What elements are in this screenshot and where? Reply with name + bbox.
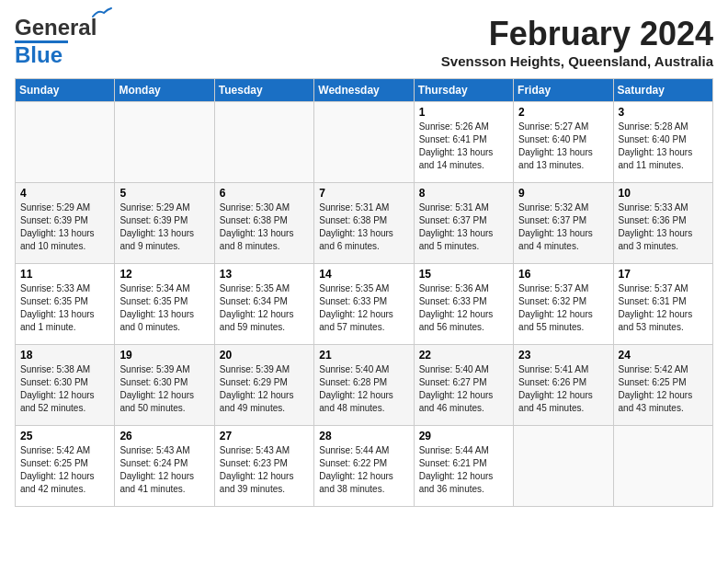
day-info: Sunrise: 5:26 AMSunset: 6:41 PMDaylight:… (419, 121, 508, 172)
day-info: Sunrise: 5:31 AMSunset: 6:37 PMDaylight:… (419, 201, 508, 253)
day-info: Sunrise: 5:37 AMSunset: 6:32 PMDaylight:… (518, 282, 608, 334)
day-number: 9 (518, 187, 608, 200)
day-number: 19 (119, 349, 209, 362)
day-info: Sunrise: 5:44 AMSunset: 6:22 PMDaylight:… (319, 444, 408, 496)
calendar-cell: 10Sunrise: 5:33 AMSunset: 6:36 PMDayligh… (613, 183, 712, 264)
day-info: Sunrise: 5:31 AMSunset: 6:38 PMDaylight:… (319, 201, 408, 253)
day-info: Sunrise: 5:33 AMSunset: 6:36 PMDaylight:… (619, 201, 708, 253)
calendar-cell: 4Sunrise: 5:29 AMSunset: 6:39 PMDaylight… (16, 183, 115, 264)
day-number: 25 (20, 430, 109, 442)
day-number: 14 (319, 268, 408, 281)
day-info: Sunrise: 5:37 AMSunset: 6:31 PMDaylight:… (619, 282, 708, 334)
calendar-cell: 2Sunrise: 5:27 AMSunset: 6:40 PMDaylight… (514, 102, 613, 183)
day-number: 16 (518, 268, 608, 281)
calendar-cell: 28Sunrise: 5:44 AMSunset: 6:22 PMDayligh… (314, 426, 414, 507)
page-title: February 2024 (441, 15, 713, 53)
day-number: 10 (619, 187, 708, 200)
calendar-header-sunday: Sunday (16, 79, 115, 102)
calendar-cell: 6Sunrise: 5:30 AMSunset: 6:38 PMDaylight… (214, 183, 313, 264)
calendar-cell (214, 102, 313, 183)
day-info: Sunrise: 5:40 AMSunset: 6:28 PMDaylight:… (319, 363, 408, 415)
calendar-cell: 12Sunrise: 5:34 AMSunset: 6:35 PMDayligh… (115, 264, 214, 345)
calendar-header-saturday: Saturday (613, 79, 712, 102)
day-number: 15 (419, 268, 508, 281)
calendar-cell (16, 102, 115, 183)
day-info: Sunrise: 5:39 AMSunset: 6:29 PMDaylight:… (220, 363, 309, 415)
calendar-cell: 9Sunrise: 5:32 AMSunset: 6:37 PMDaylight… (514, 183, 613, 264)
day-number: 12 (119, 268, 209, 281)
day-number: 27 (220, 430, 309, 442)
day-info: Sunrise: 5:33 AMSunset: 6:35 PMDaylight:… (20, 282, 109, 334)
logo: General Blue (15, 15, 97, 66)
calendar-cell (115, 102, 214, 183)
calendar-cell: 11Sunrise: 5:33 AMSunset: 6:35 PMDayligh… (16, 264, 115, 345)
day-number: 26 (119, 430, 209, 442)
day-number: 29 (419, 430, 508, 442)
calendar-header-monday: Monday (115, 79, 214, 102)
calendar-cell: 26Sunrise: 5:43 AMSunset: 6:24 PMDayligh… (115, 426, 214, 507)
day-info: Sunrise: 5:44 AMSunset: 6:21 PMDaylight:… (419, 444, 508, 496)
calendar-cell (613, 426, 712, 507)
calendar-cell: 23Sunrise: 5:41 AMSunset: 6:26 PMDayligh… (514, 345, 613, 426)
day-number: 17 (619, 268, 708, 281)
calendar-header-friday: Friday (514, 79, 613, 102)
calendar-table: SundayMondayTuesdayWednesdayThursdayFrid… (15, 78, 713, 507)
day-number: 7 (319, 187, 408, 200)
day-info: Sunrise: 5:42 AMSunset: 6:25 PMDaylight:… (619, 363, 708, 415)
calendar-header-tuesday: Tuesday (214, 79, 313, 102)
day-number: 18 (20, 349, 109, 362)
day-info: Sunrise: 5:43 AMSunset: 6:23 PMDaylight:… (220, 444, 309, 496)
day-number: 23 (518, 349, 608, 362)
calendar-cell: 19Sunrise: 5:39 AMSunset: 6:30 PMDayligh… (115, 345, 214, 426)
page-header: General Blue February 2024 Svensson Heig… (15, 15, 713, 69)
day-info: Sunrise: 5:35 AMSunset: 6:33 PMDaylight:… (319, 282, 408, 334)
day-info: Sunrise: 5:43 AMSunset: 6:24 PMDaylight:… (119, 444, 209, 496)
calendar-cell: 3Sunrise: 5:28 AMSunset: 6:40 PMDaylight… (613, 102, 712, 183)
title-block: February 2024 Svensson Heights, Queensla… (441, 15, 713, 69)
calendar-cell (314, 102, 414, 183)
calendar-cell: 13Sunrise: 5:35 AMSunset: 6:34 PMDayligh… (214, 264, 313, 345)
calendar-cell: 16Sunrise: 5:37 AMSunset: 6:32 PMDayligh… (514, 264, 613, 345)
calendar-cell: 17Sunrise: 5:37 AMSunset: 6:31 PMDayligh… (613, 264, 712, 345)
calendar-cell (514, 426, 613, 507)
day-info: Sunrise: 5:36 AMSunset: 6:33 PMDaylight:… (419, 282, 508, 334)
calendar-cell: 25Sunrise: 5:42 AMSunset: 6:25 PMDayligh… (16, 426, 115, 507)
day-number: 1 (419, 106, 508, 119)
calendar-cell: 14Sunrise: 5:35 AMSunset: 6:33 PMDayligh… (314, 264, 414, 345)
calendar-cell: 22Sunrise: 5:40 AMSunset: 6:27 PMDayligh… (414, 345, 513, 426)
day-info: Sunrise: 5:38 AMSunset: 6:30 PMDaylight:… (20, 363, 109, 415)
day-info: Sunrise: 5:40 AMSunset: 6:27 PMDaylight:… (419, 363, 508, 415)
calendar-cell: 5Sunrise: 5:29 AMSunset: 6:39 PMDaylight… (115, 183, 214, 264)
calendar-header-wednesday: Wednesday (314, 79, 414, 102)
day-info: Sunrise: 5:29 AMSunset: 6:39 PMDaylight:… (20, 201, 109, 253)
calendar-cell: 29Sunrise: 5:44 AMSunset: 6:21 PMDayligh… (414, 426, 513, 507)
day-info: Sunrise: 5:34 AMSunset: 6:35 PMDaylight:… (119, 282, 209, 334)
logo-text-blue: Blue (15, 44, 63, 66)
calendar-cell: 1Sunrise: 5:26 AMSunset: 6:41 PMDaylight… (414, 102, 513, 183)
calendar-cell: 8Sunrise: 5:31 AMSunset: 6:37 PMDaylight… (414, 183, 513, 264)
day-info: Sunrise: 5:42 AMSunset: 6:25 PMDaylight:… (20, 444, 109, 496)
calendar-cell: 18Sunrise: 5:38 AMSunset: 6:30 PMDayligh… (16, 345, 115, 426)
page-location: Svensson Heights, Queensland, Australia (441, 53, 713, 69)
day-number: 8 (419, 187, 508, 200)
day-info: Sunrise: 5:35 AMSunset: 6:34 PMDaylight:… (220, 282, 309, 334)
day-number: 4 (20, 187, 109, 200)
day-info: Sunrise: 5:29 AMSunset: 6:39 PMDaylight:… (119, 201, 209, 253)
day-info: Sunrise: 5:30 AMSunset: 6:38 PMDaylight:… (220, 201, 309, 253)
day-info: Sunrise: 5:28 AMSunset: 6:40 PMDaylight:… (619, 121, 708, 172)
calendar-header-thursday: Thursday (414, 79, 513, 102)
day-info: Sunrise: 5:32 AMSunset: 6:37 PMDaylight:… (518, 201, 608, 253)
day-number: 22 (419, 349, 508, 362)
day-number: 28 (319, 430, 408, 442)
day-info: Sunrise: 5:41 AMSunset: 6:26 PMDaylight:… (518, 363, 608, 415)
day-number: 3 (619, 106, 708, 119)
logo-bird-icon (91, 7, 113, 22)
day-number: 21 (319, 349, 408, 362)
day-info: Sunrise: 5:27 AMSunset: 6:40 PMDaylight:… (518, 121, 608, 172)
day-info: Sunrise: 5:39 AMSunset: 6:30 PMDaylight:… (119, 363, 209, 415)
calendar-cell: 7Sunrise: 5:31 AMSunset: 6:38 PMDaylight… (314, 183, 414, 264)
calendar-cell: 21Sunrise: 5:40 AMSunset: 6:28 PMDayligh… (314, 345, 414, 426)
day-number: 6 (220, 187, 309, 200)
logo-text-general: General (15, 15, 97, 40)
day-number: 11 (20, 268, 109, 281)
